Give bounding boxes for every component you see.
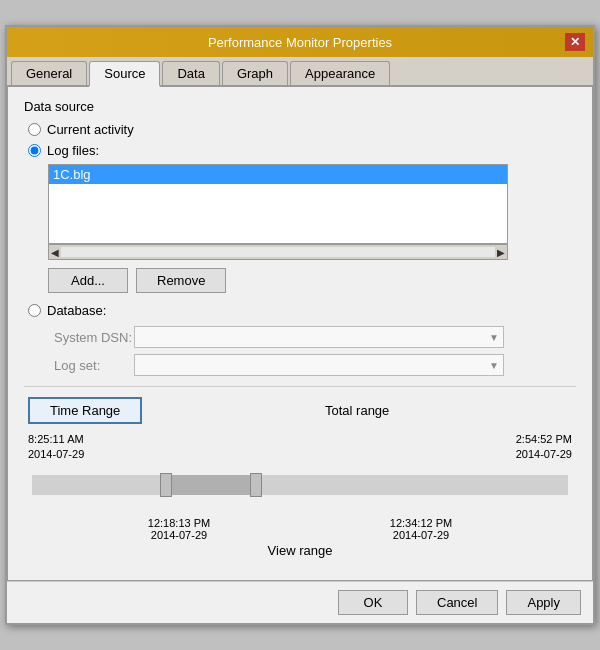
time-range-slider[interactable] (32, 465, 568, 515)
tab-content: Data source Current activity Log files: … (7, 87, 593, 581)
current-activity-row: Current activity (28, 122, 576, 137)
right-handle-time: 12:34:12 PM (390, 517, 452, 529)
ok-button[interactable]: OK (338, 590, 408, 615)
tab-appearance[interactable]: Appearance (290, 61, 390, 85)
slider-track (32, 475, 568, 495)
slider-handle-left[interactable] (160, 473, 172, 497)
current-activity-radio[interactable] (28, 123, 41, 136)
tab-graph[interactable]: Graph (222, 61, 288, 85)
tab-source[interactable]: Source (89, 61, 160, 87)
data-source-label: Data source (24, 99, 576, 114)
handle-labels: 12:18:13 PM 2014-07-29 12:34:12 PM 2014-… (28, 517, 572, 541)
scroll-track (61, 247, 495, 257)
log-files-radio[interactable] (28, 144, 41, 157)
current-activity-label[interactable]: Current activity (47, 122, 134, 137)
time-range-section: Time Range Total range 8:25:11 AM 2014-0… (24, 397, 576, 558)
tab-bar: General Source Data Graph Appearance (7, 57, 593, 87)
slider-handle-right[interactable] (250, 473, 262, 497)
data-source-options: Current activity Log files: (28, 122, 576, 158)
left-handle-label: 12:18:13 PM 2014-07-29 (148, 517, 210, 541)
log-set-row: Log set: ▼ (54, 354, 576, 376)
add-button[interactable]: Add... (48, 268, 128, 293)
end-date: 2014-07-29 (516, 448, 572, 460)
main-window: Performance Monitor Properties ✕ General… (5, 25, 595, 625)
close-button[interactable]: ✕ (565, 33, 585, 51)
log-files-listbox-container: 1C.blg ◀ ▶ (48, 164, 576, 260)
right-handle-date: 2014-07-29 (393, 529, 449, 541)
scroll-right-icon[interactable]: ▶ (497, 247, 505, 258)
remove-button[interactable]: Remove (136, 268, 226, 293)
cancel-button[interactable]: Cancel (416, 590, 498, 615)
start-date: 2014-07-29 (28, 448, 84, 460)
time-range-header: Time Range Total range (28, 397, 572, 424)
time-range-button[interactable]: Time Range (28, 397, 142, 424)
log-files-listbox[interactable]: 1C.blg (48, 164, 508, 244)
view-range-label: View range (28, 543, 572, 558)
scroll-left-icon[interactable]: ◀ (51, 247, 59, 258)
database-radio[interactable] (28, 304, 41, 317)
window-title: Performance Monitor Properties (35, 35, 565, 50)
database-row: Database: (28, 303, 576, 318)
apply-button[interactable]: Apply (506, 590, 581, 615)
time-range-labels: 8:25:11 AM 2014-07-29 2:54:52 PM 2014-07… (28, 432, 572, 461)
start-time-label: 8:25:11 AM 2014-07-29 (28, 432, 84, 461)
database-label[interactable]: Database: (47, 303, 106, 318)
dropdown-arrow-icon: ▼ (489, 332, 499, 343)
system-dsn-row: System DSN: ▼ (54, 326, 576, 348)
list-item[interactable]: 1C.blg (49, 165, 507, 184)
dropdown-arrow2-icon: ▼ (489, 360, 499, 371)
log-files-row: Log files: (28, 143, 576, 158)
footer: OK Cancel Apply (7, 581, 593, 623)
right-handle-label: 12:34:12 PM 2014-07-29 (390, 517, 452, 541)
start-time: 8:25:11 AM (28, 433, 84, 445)
left-handle-date: 2014-07-29 (151, 529, 207, 541)
log-set-dropdown[interactable]: ▼ (134, 354, 504, 376)
horizontal-scrollbar[interactable]: ◀ ▶ (48, 244, 508, 260)
system-dsn-dropdown[interactable]: ▼ (134, 326, 504, 348)
add-remove-buttons: Add... Remove (48, 268, 576, 293)
tab-general[interactable]: General (11, 61, 87, 85)
end-time: 2:54:52 PM (516, 433, 572, 445)
system-dsn-label: System DSN: (54, 330, 134, 345)
total-range-label: Total range (142, 403, 572, 418)
log-set-label: Log set: (54, 358, 134, 373)
slider-selection (162, 475, 252, 495)
left-handle-time: 12:18:13 PM (148, 517, 210, 529)
title-bar: Performance Monitor Properties ✕ (7, 27, 593, 57)
end-time-label: 2:54:52 PM 2014-07-29 (516, 432, 572, 461)
tab-data[interactable]: Data (162, 61, 219, 85)
log-files-label[interactable]: Log files: (47, 143, 99, 158)
